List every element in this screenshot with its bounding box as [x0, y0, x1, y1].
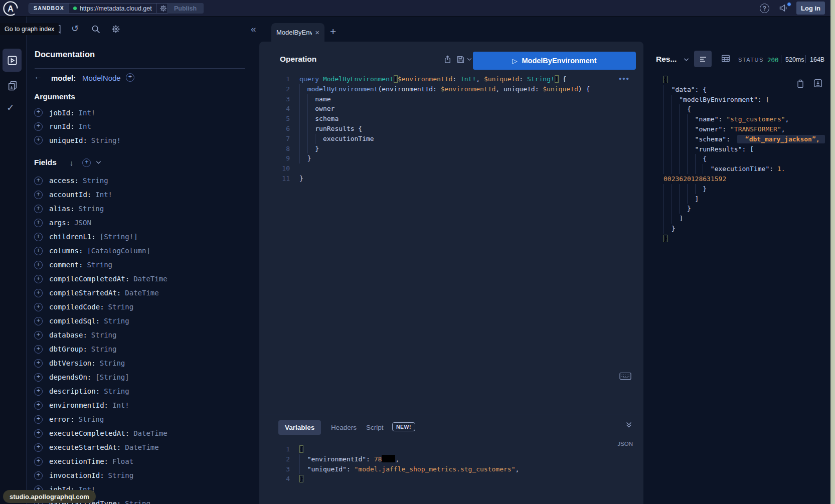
settings-gear-icon[interactable]: [111, 25, 120, 34]
field-type-link[interactable]: Int!: [79, 109, 96, 117]
new-tab-button[interactable]: +: [330, 26, 336, 38]
chevron-down-icon[interactable]: [96, 160, 101, 164]
response-dropdown-chevron-icon[interactable]: [684, 58, 689, 62]
add-field-to-query-button[interactable]: +: [34, 443, 43, 452]
add-field-to-query-button[interactable]: +: [34, 415, 43, 424]
add-field-to-query-button[interactable]: +: [34, 122, 43, 131]
response-title[interactable]: Res...: [656, 55, 677, 64]
editor-overflow-menu-icon[interactable]: •••: [619, 74, 630, 83]
left-rail: ✓: [0, 17, 27, 504]
add-field-to-query-button[interactable]: +: [34, 247, 43, 255]
line-number: 2: [273, 84, 290, 94]
field-type-link[interactable]: Int!: [112, 401, 129, 409]
add-field-to-query-button[interactable]: +: [34, 303, 43, 311]
field-type-link[interactable]: String: [79, 415, 104, 423]
field-type-link[interactable]: String: [91, 345, 117, 353]
add-field-to-query-button[interactable]: +: [34, 233, 43, 241]
publish-button[interactable]: Publish: [167, 3, 204, 14]
field-type-link[interactable]: Int: [79, 122, 91, 130]
breadcrumb-type-link[interactable]: ModelNode: [82, 74, 121, 82]
field-type-link[interactable]: String: [125, 499, 150, 504]
indent-guide: [687, 124, 695, 134]
collapse-sidebar-icon[interactable]: «: [251, 24, 256, 35]
sort-fields-icon[interactable]: ↓: [70, 158, 74, 167]
field-type-link[interactable]: DateTime: [125, 289, 158, 297]
field-type-link[interactable]: String!: [91, 136, 121, 144]
add-field-to-query-button[interactable]: +: [34, 387, 43, 396]
field-type-link[interactable]: DateTime: [133, 275, 167, 283]
field-type-link[interactable]: [CatalogColumn]: [87, 247, 150, 255]
field-type-link[interactable]: String: [87, 261, 112, 269]
keyboard-shortcuts-icon[interactable]: [619, 372, 631, 380]
add-field-to-query-button[interactable]: +: [34, 457, 43, 466]
add-field-to-query-button[interactable]: +: [34, 471, 43, 480]
field-type-link[interactable]: Int!: [95, 191, 112, 199]
variables-editor[interactable]: 1{2"environmentId": 78,3"uniqueId": "mod…: [273, 444, 519, 484]
formatted-view-toggle-icon[interactable]: [694, 51, 712, 67]
save-options-chevron-icon[interactable]: [467, 58, 472, 61]
line-number: 6: [273, 124, 290, 134]
sidebar-item-checks[interactable]: ✓: [7, 102, 15, 113]
field-type-link[interactable]: DateTime: [133, 429, 167, 437]
sidebar-item-explorer[interactable]: [3, 49, 22, 72]
tab-variables[interactable]: Variables: [278, 420, 321, 435]
field-type-link[interactable]: DateTime: [125, 443, 158, 451]
field-type-link[interactable]: String: [91, 331, 117, 339]
add-field-to-query-button[interactable]: +: [34, 108, 43, 117]
tab-headers[interactable]: Headers: [331, 424, 357, 431]
add-field-to-query-button[interactable]: +: [34, 289, 43, 297]
field-type-link[interactable]: String: [100, 359, 125, 367]
field-type-link[interactable]: String: [104, 317, 129, 325]
add-field-to-query-button[interactable]: +: [34, 205, 43, 213]
add-field-to-query-button[interactable]: +: [34, 359, 43, 368]
add-field-to-query-button[interactable]: +: [34, 317, 43, 325]
operation-editor[interactable]: 1query ModelByEnvironment($environmentId…: [273, 74, 590, 184]
sidebar-item-schema[interactable]: [7, 80, 18, 91]
add-field-to-query-button[interactable]: +: [34, 373, 43, 382]
add-field-to-query-button[interactable]: +: [34, 331, 43, 340]
search-icon[interactable]: [91, 25, 100, 34]
add-field-to-query-button[interactable]: +: [34, 136, 43, 144]
save-operation-icon[interactable]: [456, 55, 465, 64]
field-type-link[interactable]: JSON: [74, 219, 91, 227]
add-field-to-query-button[interactable]: +: [34, 191, 43, 199]
help-icon[interactable]: ?: [760, 4, 769, 13]
table-view-toggle-icon[interactable]: [721, 54, 730, 63]
run-operation-button[interactable]: ▷ ModelByEnvironment: [473, 52, 636, 70]
close-tab-icon[interactable]: ×: [315, 29, 319, 36]
back-arrow-icon[interactable]: ←: [34, 72, 42, 81]
code-line: 0023620128631592: [663, 174, 825, 184]
field-type-link[interactable]: String: [108, 303, 134, 311]
add-field-to-query-button[interactable]: +: [34, 429, 43, 438]
endpoint-url-field[interactable]: https://metadata.cloud.get: [69, 4, 156, 13]
add-field-to-query-button[interactable]: +: [34, 177, 43, 185]
add-field-to-query-button[interactable]: +: [34, 401, 43, 410]
tab-modelbyenvironment[interactable]: ModelByEnvi... ×: [271, 23, 324, 42]
field-type-link[interactable]: String: [79, 205, 104, 213]
field-type-link[interactable]: String: [104, 387, 129, 395]
add-field-to-query-button[interactable]: +: [34, 275, 43, 283]
share-operation-icon[interactable]: [443, 55, 452, 64]
field-type-link[interactable]: Float: [112, 457, 133, 465]
field-name: compileStartedAt:: [49, 289, 121, 297]
field-row: +executeStartedAt:DateTime: [34, 440, 168, 454]
field-type-link[interactable]: [String!]: [100, 233, 138, 241]
announcements-megaphone-icon[interactable]: [778, 3, 791, 14]
field-type-link[interactable]: String: [83, 177, 108, 185]
response-body[interactable]: {"data": {"modelByEnvironment": [{"name"…: [663, 75, 825, 244]
tab-script[interactable]: Script: [366, 424, 384, 431]
login-button[interactable]: Log in: [796, 2, 825, 15]
add-field-to-query-button[interactable]: +: [34, 345, 43, 354]
add-field-to-query-button[interactable]: +: [34, 261, 43, 269]
code-line: 1{: [273, 444, 519, 454]
history-icon[interactable]: ↺: [71, 23, 79, 34]
add-model-to-query-button[interactable]: +: [126, 73, 134, 82]
add-all-fields-button[interactable]: +: [82, 158, 91, 167]
add-field-to-query-button[interactable]: +: [34, 219, 43, 227]
collapse-variables-panel-icon[interactable]: [625, 421, 632, 428]
endpoint-url[interactable]: https://metadata.cloud.get: [80, 5, 152, 12]
indent-guide: [687, 184, 695, 194]
field-type-link[interactable]: String: [108, 471, 134, 479]
apollo-logo-icon[interactable]: A: [2, 0, 19, 17]
field-type-link[interactable]: [String]: [95, 373, 129, 381]
